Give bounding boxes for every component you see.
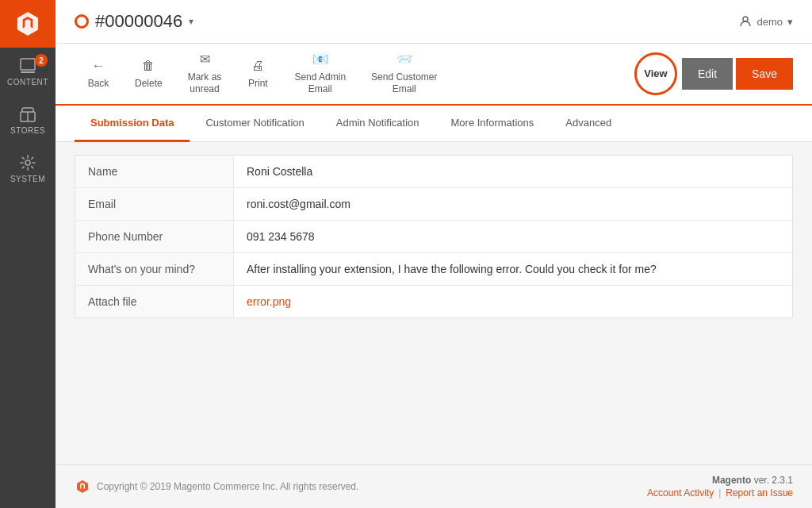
view-label: View — [644, 67, 667, 79]
save-button[interactable]: Save — [736, 58, 793, 90]
field-value-name: Roni Costella — [234, 155, 793, 187]
back-icon: ← — [92, 58, 105, 75]
sidebar-logo — [0, 0, 56, 48]
table-row: Name Roni Costella — [75, 155, 793, 187]
svg-rect-0 — [21, 59, 35, 70]
send-admin-email-label: Send Admin Email — [294, 71, 346, 96]
send-admin-email-icon: 📧 — [312, 52, 328, 68]
field-label-attach: Attach file — [75, 285, 234, 318]
send-customer-email-button[interactable]: 📨 Send Customer Email — [358, 44, 450, 104]
footer: Copyright © 2019 Magento Commerce Inc. A… — [56, 464, 812, 508]
footer-links: Account Activity | Report an Issue — [647, 487, 793, 498]
print-label: Print — [248, 78, 268, 90]
account-activity-link[interactable]: Account Activity — [647, 487, 714, 498]
field-value-message: After installing your extension, I have … — [234, 252, 793, 285]
send-admin-email-button[interactable]: 📧 Send Admin Email — [282, 44, 358, 104]
tab-more-informations[interactable]: More Informations — [435, 106, 550, 142]
svg-rect-1 — [21, 71, 35, 73]
mark-unread-button[interactable]: ✉ Mark as unread — [175, 44, 235, 104]
field-value-email: roni.cost@gmail.com — [234, 187, 793, 220]
footer-right: Magento ver. 2.3.1 Account Activity | Re… — [647, 475, 793, 498]
print-icon: 🖨 — [251, 58, 264, 75]
stores-icon — [19, 106, 36, 123]
field-label-name: Name — [75, 155, 234, 187]
content-icon — [19, 57, 36, 75]
user-menu[interactable]: demo ▾ — [739, 15, 793, 28]
content-badge: 2 — [35, 54, 48, 67]
table-row: Phone Number 091 234 5678 — [75, 220, 793, 252]
user-icon — [739, 15, 752, 28]
system-label: SYSTEM — [10, 175, 45, 183]
view-button[interactable]: View — [634, 52, 677, 95]
sidebar-item-content[interactable]: 2 CONTENT — [0, 48, 56, 96]
print-button[interactable]: 🖨 Print — [234, 50, 282, 98]
table-row: Attach file error.png — [75, 285, 793, 318]
page-title-area: #00000046 ▾ — [75, 11, 193, 32]
magento-brand: Magento — [712, 475, 751, 486]
system-icon — [19, 154, 36, 171]
sidebar: 2 CONTENT STORES SYSTEM — [0, 0, 56, 508]
field-label-email: Email — [75, 187, 234, 220]
mark-unread-icon: ✉ — [200, 52, 210, 68]
sidebar-item-system[interactable]: SYSTEM — [0, 144, 56, 193]
footer-version: Magento ver. 2.3.1 — [647, 475, 793, 486]
field-label-phone: Phone Number — [75, 220, 234, 252]
report-issue-link[interactable]: Report an Issue — [726, 487, 793, 498]
svg-point-5 — [743, 17, 748, 21]
tabs-bar: Submission Data Customer Notification Ad… — [56, 106, 812, 142]
magento-version: ver. 2.3.1 — [754, 475, 793, 486]
delete-icon: 🗑 — [142, 58, 155, 75]
top-header: #00000046 ▾ demo ▾ — [56, 0, 812, 44]
attach-file-link[interactable]: error.png — [247, 295, 291, 308]
svg-point-4 — [25, 160, 30, 165]
table-row: Email roni.cost@gmail.com — [75, 187, 793, 220]
back-button[interactable]: ← Back — [75, 50, 122, 98]
order-dropdown-arrow[interactable]: ▾ — [189, 16, 193, 27]
content-area: Submission Data Customer Notification Ad… — [56, 106, 812, 464]
user-label: demo — [756, 16, 783, 28]
footer-copyright: Copyright © 2019 Magento Commerce Inc. A… — [97, 481, 358, 492]
table-row: What's on your mind? After installing yo… — [75, 252, 793, 285]
tab-customer-notification[interactable]: Customer Notification — [190, 106, 320, 142]
delete-button[interactable]: 🗑 Delete — [122, 50, 175, 98]
footer-magento-logo — [75, 479, 90, 495]
tab-admin-notification[interactable]: Admin Notification — [320, 106, 435, 142]
save-label: Save — [752, 67, 777, 80]
field-value-phone: 091 234 5678 — [234, 220, 793, 252]
footer-left: Copyright © 2019 Magento Commerce Inc. A… — [75, 479, 358, 495]
field-label-message: What's on your mind? — [75, 252, 234, 285]
order-status-indicator — [75, 14, 89, 29]
stores-label: STORES — [10, 126, 45, 135]
content-label: CONTENT — [7, 78, 48, 87]
main-content: #00000046 ▾ demo ▾ ← Back 🗑 Delete ✉ Mar… — [56, 0, 812, 508]
send-customer-email-label: Send Customer Email — [371, 71, 437, 96]
edit-label: Edit — [698, 67, 717, 80]
delete-label: Delete — [135, 78, 163, 90]
submission-data-table: Name Roni Costella Email roni.cost@gmail… — [75, 155, 793, 318]
mark-unread-label: Mark as unread — [188, 71, 222, 96]
user-dropdown-arrow: ▾ — [787, 16, 793, 28]
field-value-attach: error.png — [234, 285, 793, 318]
action-toolbar: ← Back 🗑 Delete ✉ Mark as unread 🖨 Print… — [56, 44, 812, 106]
tab-submission-data[interactable]: Submission Data — [75, 106, 190, 142]
send-customer-email-icon: 📨 — [396, 52, 412, 68]
tab-advanced[interactable]: Advanced — [550, 106, 627, 142]
footer-link-separator: | — [718, 487, 721, 498]
sidebar-item-stores[interactable]: STORES — [0, 96, 56, 144]
back-label: Back — [88, 78, 109, 90]
edit-button[interactable]: Edit — [682, 58, 733, 90]
page-title: #00000046 — [95, 11, 182, 32]
